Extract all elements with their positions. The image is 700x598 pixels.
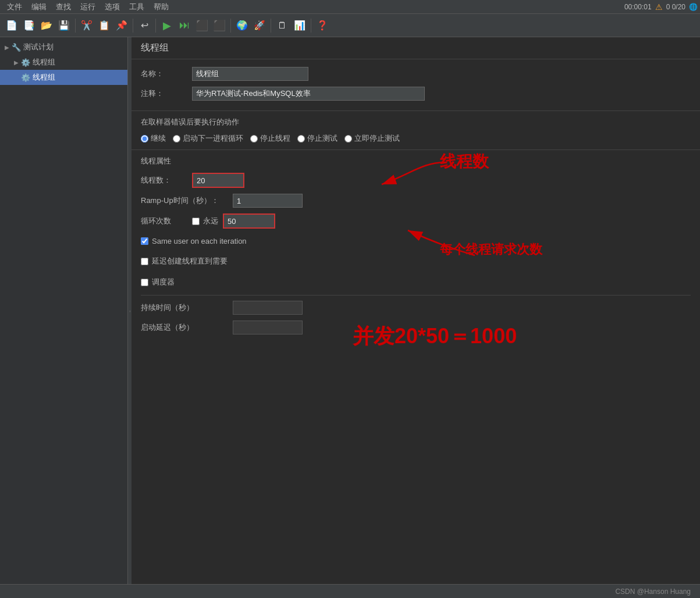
radio-stop-thread[interactable]: 停止线程 xyxy=(250,133,290,144)
radio-next-loop-label: 启动下一进程循环 xyxy=(183,133,243,144)
toolbar-copy[interactable]: 📋 xyxy=(96,17,112,34)
action-section-header: 在取样器错误后要执行的动作 xyxy=(132,113,700,130)
toolbar-remote-start[interactable]: 🌍 xyxy=(234,17,250,34)
statusbar-text: CSDN @Hanson Huang xyxy=(615,588,691,596)
delay-create-row: 延迟创建线程直到需要 xyxy=(141,251,691,272)
sep6 xyxy=(311,19,311,33)
menu-options[interactable]: 选项 xyxy=(100,1,125,13)
comment-input[interactable] xyxy=(192,87,425,101)
ramp-up-row: Ramp-Up时间（秒）： xyxy=(141,191,691,211)
thread-count-display: 0 0/20 xyxy=(666,3,685,11)
toolbar-start[interactable]: ▶ xyxy=(159,17,175,34)
gear-icon-active: ⚙️ xyxy=(21,73,30,82)
same-user-row: Same user on each iteration xyxy=(141,232,691,251)
scheduler-label: 调度器 xyxy=(152,277,175,287)
thread-count-input[interactable] xyxy=(192,173,244,188)
thread-group-parent-label: 线程组 xyxy=(33,57,55,67)
scheduler-checkbox[interactable] xyxy=(141,279,148,286)
toolbar-clear-all[interactable]: 📊 xyxy=(292,17,308,34)
divider-1 xyxy=(132,111,700,111)
toolbar-save[interactable]: 💾 xyxy=(56,17,72,34)
same-user-checkbox[interactable] xyxy=(141,237,148,245)
thread-count-row: 线程数： xyxy=(141,170,691,191)
forever-label: 永远 xyxy=(203,216,218,226)
scheduler-row: 调度器 xyxy=(141,272,691,293)
toolbar: 📄 📑 📂 💾 ✂️ 📋 📌 ↩ ▶ ⏭ ⬛ ⬛ 🌍 🚀 🗒 📊 ❓ xyxy=(0,14,700,37)
toolbar-new[interactable]: 📄 xyxy=(3,17,20,34)
name-input[interactable] xyxy=(192,67,308,81)
menu-help[interactable]: 帮助 xyxy=(149,1,173,13)
radio-stop-test-label: 停止测试 xyxy=(307,133,337,144)
toolbar-paste[interactable]: 📌 xyxy=(113,17,130,34)
duration-label: 持续时间（秒） xyxy=(141,302,228,313)
comment-label: 注释： xyxy=(141,88,187,99)
panel-title: 线程组 xyxy=(132,37,700,59)
start-delay-label: 启动延迟（秒） xyxy=(141,322,228,333)
arrow-icon-2: ▶ xyxy=(14,59,19,66)
loop-count-row: 循环次数 永远 xyxy=(141,211,691,232)
duration-row: 持续时间（秒） xyxy=(141,298,691,318)
toolbar-help[interactable]: ❓ xyxy=(314,17,331,34)
toolbar-clear[interactable]: 🗒 xyxy=(274,17,290,34)
ramp-up-label: Ramp-Up时间（秒）： xyxy=(141,195,228,206)
radio-continue[interactable]: 继续 xyxy=(141,133,166,144)
name-section: 名称： 注释： xyxy=(132,59,700,108)
menu-find[interactable]: 查找 xyxy=(51,1,76,13)
test-plan-label: 测试计划 xyxy=(23,42,54,52)
scheduler-checkbox-label[interactable]: 调度器 xyxy=(141,275,175,290)
toolbar-timer-section: 00:00:01 ⚠ 0 0/20 🌐 xyxy=(624,2,698,12)
toolbar-undo[interactable]: ↩ xyxy=(136,17,152,34)
test-plan-icon: 🔧 xyxy=(12,43,21,52)
delay-create-checkbox[interactable] xyxy=(141,258,148,265)
forever-checkbox-label[interactable]: 永远 xyxy=(192,216,218,226)
radio-stop-test[interactable]: 停止测试 xyxy=(297,133,337,144)
loop-count-input[interactable] xyxy=(223,213,275,229)
delay-create-label: 延迟创建线程直到需要 xyxy=(152,256,228,266)
sidebar-item-test-plan[interactable]: ▶ 🔧 测试计划 xyxy=(0,40,127,55)
start-delay-row: 启动延迟（秒） xyxy=(141,318,691,337)
content-area: 线程组 名称： 注释： 在取样器错误后要执行的动作 继续 启动下一进程循环 xyxy=(132,37,700,584)
duration-input[interactable] xyxy=(233,301,303,315)
thread-count-label: 线程数： xyxy=(141,175,187,186)
delay-create-checkbox-label[interactable]: 延迟创建线程直到需要 xyxy=(141,254,228,269)
radio-stop-test-now-label: 立即停止测试 xyxy=(354,133,400,144)
loop-count-label: 循环次数 xyxy=(141,216,187,226)
statusbar: CSDN @Hanson Huang xyxy=(0,584,700,598)
sep2 xyxy=(133,19,133,33)
main-layout: ▶ 🔧 测试计划 ▶ ⚙️ 线程组 ⚙️ 线程组 ··· 线程组 名称： 注释： xyxy=(0,37,700,584)
radio-next-loop[interactable]: 启动下一进程循环 xyxy=(173,133,243,144)
timer-display: 00:00:01 xyxy=(624,3,652,11)
sidebar-item-thread-group-parent[interactable]: ▶ ⚙️ 线程组 xyxy=(0,55,127,70)
divider-2 xyxy=(132,150,700,150)
toolbar-remote-stop[interactable]: 🚀 xyxy=(251,17,268,34)
sep1 xyxy=(75,19,76,33)
sep4 xyxy=(230,19,231,33)
gear-icon: ⚙️ xyxy=(21,58,30,67)
menu-run[interactable]: 运行 xyxy=(76,1,100,13)
sidebar-item-thread-group-active[interactable]: ⚙️ 线程组 xyxy=(0,70,127,85)
toolbar-templates[interactable]: 📑 xyxy=(21,17,37,34)
menu-edit[interactable]: 编辑 xyxy=(27,1,51,13)
globe-icon: 🌐 xyxy=(689,3,698,11)
forever-checkbox[interactable] xyxy=(192,218,200,225)
radio-stop-test-now[interactable]: 立即停止测试 xyxy=(344,133,400,144)
arrow-icon: ▶ xyxy=(5,44,9,51)
thread-group-active-label: 线程组 xyxy=(33,72,55,83)
menu-tools[interactable]: 工具 xyxy=(125,1,149,13)
warning-icon: ⚠ xyxy=(655,2,663,12)
ramp-up-input[interactable] xyxy=(233,194,303,208)
toolbar-stop-now[interactable]: ⬛ xyxy=(211,17,228,34)
menubar: 文件 编辑 查找 运行 选项 工具 帮助 00:00:01 ⚠ 0 0/20 🌐 xyxy=(0,0,700,14)
same-user-checkbox-label[interactable]: Same user on each iteration xyxy=(141,234,247,248)
radio-stop-thread-label: 停止线程 xyxy=(260,133,290,144)
menu-file[interactable]: 文件 xyxy=(2,1,27,13)
toolbar-stop[interactable]: ⬛ xyxy=(194,17,210,34)
same-user-label: Same user on each iteration xyxy=(152,237,247,245)
sep5 xyxy=(271,19,271,33)
sidebar: ▶ 🔧 测试计划 ▶ ⚙️ 线程组 ⚙️ 线程组 xyxy=(0,37,128,584)
toolbar-start-no-pause[interactable]: ⏭ xyxy=(176,17,193,34)
toolbar-open[interactable]: 📂 xyxy=(38,17,55,34)
start-delay-input[interactable] xyxy=(233,321,303,334)
comment-row: 注释： xyxy=(141,84,691,104)
toolbar-cut[interactable]: ✂️ xyxy=(79,17,95,34)
